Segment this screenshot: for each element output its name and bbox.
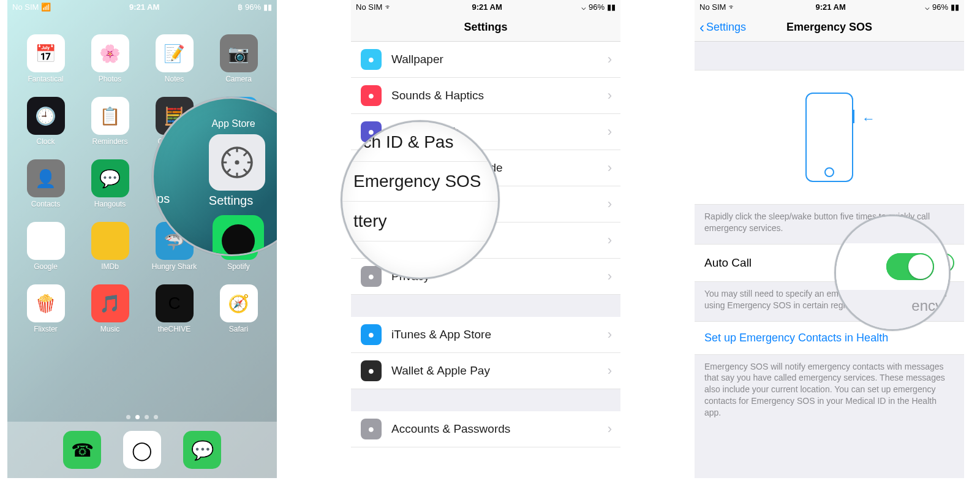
row-icon: ● — [361, 419, 382, 439]
settings-row-accounts-passwords[interactable]: ●Accounts & Passwords› — [351, 411, 620, 447]
chevron-right-icon: › — [608, 268, 612, 284]
settings-group-3: ●Accounts & Passwords› — [351, 411, 620, 447]
battery-icon: ▮▮ — [607, 2, 616, 12]
row-label: Sounds & Haptics — [391, 89, 608, 102]
battery-pct: 96% — [589, 2, 605, 12]
carrier-label: No SIM — [12, 2, 39, 12]
battery-pct: 96% — [932, 2, 948, 12]
chevron-right-icon: › — [608, 232, 612, 248]
row-label: Wallet & Apple Pay — [391, 364, 608, 378]
page-indicator — [7, 415, 277, 419]
chevron-right-icon: › — [608, 327, 612, 343]
setup-contacts-label: Set up Emergency Contacts in Health — [704, 332, 888, 344]
chevron-left-icon: ‹ — [699, 20, 704, 35]
settings-app-icon[interactable] — [209, 134, 265, 191]
battery-icon: ▮▮ — [263, 2, 272, 12]
battery-pct: 96% — [245, 2, 261, 12]
nav-header: Settings — [351, 13, 620, 42]
clock-label: 9:21 AM — [815, 2, 845, 12]
app-google[interactable]: Google — [16, 222, 75, 271]
row-icon: ● — [361, 360, 382, 381]
status-bar: No SIM ᯤ 9:21 AM ⌵ 96% ▮▮ — [351, 0, 620, 13]
auto-call-label: Auto Call — [704, 256, 752, 270]
mag-row-battery: ttery — [341, 202, 500, 241]
app-photos[interactable]: 🌸Photos — [80, 34, 140, 83]
page-title: Settings — [464, 21, 507, 34]
row-icon: ● — [361, 85, 382, 106]
bluetooth-icon: ฿ — [238, 2, 243, 12]
clock-label: 9:21 AM — [129, 2, 159, 12]
app-thechive[interactable]: CtheCHIVE — [145, 284, 204, 333]
chevron-right-icon: › — [608, 363, 612, 379]
app-hangouts[interactable]: 💬Hangouts — [80, 159, 140, 208]
app-phone[interactable]: ☎ — [63, 431, 101, 469]
bluetooth-icon: ⌵ — [581, 2, 586, 12]
magnifier-toggle: ency — [834, 215, 951, 331]
app-music[interactable]: 🎵Music — [80, 284, 140, 333]
back-button[interactable]: ‹ Settings — [699, 20, 746, 35]
chevron-right-icon: › — [608, 51, 612, 67]
instruction-illustration: ← — [695, 70, 964, 205]
row-icon: ● — [361, 49, 382, 70]
chevron-right-icon: › — [608, 88, 612, 104]
screen-home: No SIM 📶 9:21 AM ฿ 96% ▮▮ 📅Fantastical🌸P… — [7, 0, 277, 478]
app-camera[interactable]: 📷Camera — [209, 34, 268, 83]
app-reminders[interactable]: 📋Reminders — [80, 97, 140, 146]
spotify-app-icon[interactable] — [213, 215, 264, 256]
settings-row-wallet-apple-pay[interactable]: ●Wallet & Apple Pay› — [351, 353, 620, 389]
phone-outline-icon — [805, 93, 853, 182]
app-clock[interactable]: 🕘Clock — [16, 97, 75, 146]
app-contacts[interactable]: 👤Contacts — [16, 159, 75, 208]
settings-label: Settings — [154, 194, 277, 208]
app-chrome[interactable]: ◯ — [123, 431, 161, 469]
battery-icon: ▮▮ — [951, 2, 959, 12]
bluetooth-icon: ⌵ — [925, 2, 930, 12]
chevron-right-icon: › — [608, 421, 612, 437]
app-messages[interactable]: 💬 — [183, 431, 221, 469]
row-label: Accounts & Passwords — [391, 422, 608, 436]
carrier-label: No SIM — [699, 2, 726, 12]
setup-contacts-link[interactable]: Set up Emergency Contacts in Health — [695, 321, 964, 355]
app-safari[interactable]: 🧭Safari — [209, 284, 268, 333]
chevron-right-icon: › — [608, 160, 612, 176]
settings-row-wallpaper[interactable]: ●Wallpaper› — [351, 42, 620, 78]
contacts-note: Emergency SOS will notify emergency cont… — [695, 355, 964, 428]
svg-point-1 — [235, 160, 239, 164]
wifi-icon: 📶 — [41, 2, 51, 12]
settings-row-itunes-app-store[interactable]: ●iTunes & App Store› — [351, 317, 620, 353]
group-gap — [351, 295, 620, 317]
row-icon: ● — [361, 266, 382, 287]
arrow-left-icon: ← — [862, 111, 875, 127]
wifi-icon: ᯤ — [385, 2, 393, 12]
app-notes[interactable]: 📝Notes — [145, 34, 204, 83]
auto-call-toggle-large[interactable] — [886, 253, 934, 280]
status-bar: No SIM 📶 9:21 AM ฿ 96% ▮▮ — [7, 0, 277, 13]
mag-row-emergency[interactable]: Emergency SOS — [341, 162, 500, 202]
magnifier-emergency-row: uch ID & Pas Emergency SOS ttery — [341, 120, 500, 279]
row-label: iTunes & App Store — [391, 328, 608, 341]
clock-label: 9:21 AM — [472, 2, 502, 12]
app-flixster[interactable]: 🍿Flixster — [16, 284, 75, 333]
app-fantastical[interactable]: 📅Fantastical — [16, 34, 75, 83]
app-imdb[interactable]: IMDb — [80, 222, 140, 271]
carrier-label: No SIM — [356, 2, 382, 12]
page-title: Emergency SOS — [786, 21, 872, 34]
mag-toggle-row[interactable] — [836, 243, 949, 290]
wifi-icon: ᯤ — [728, 2, 736, 12]
back-label: Settings — [706, 21, 746, 34]
chevron-right-icon: › — [608, 124, 612, 140]
group-gap — [351, 389, 620, 411]
status-bar: No SIM ᯤ 9:21 AM ⌵ 96% ▮▮ — [695, 0, 964, 13]
dock: ☎ ◯ 💬 — [7, 422, 277, 478]
row-label: Wallpaper — [391, 53, 608, 66]
row-icon: ● — [361, 324, 382, 345]
settings-group-2: ●iTunes & App Store›●Wallet & Apple Pay› — [351, 317, 620, 389]
settings-row-sounds-haptics[interactable]: ●Sounds & Haptics› — [351, 78, 620, 114]
chevron-right-icon: › — [608, 196, 612, 212]
nav-header: ‹ Settings Emergency SOS — [695, 13, 964, 42]
